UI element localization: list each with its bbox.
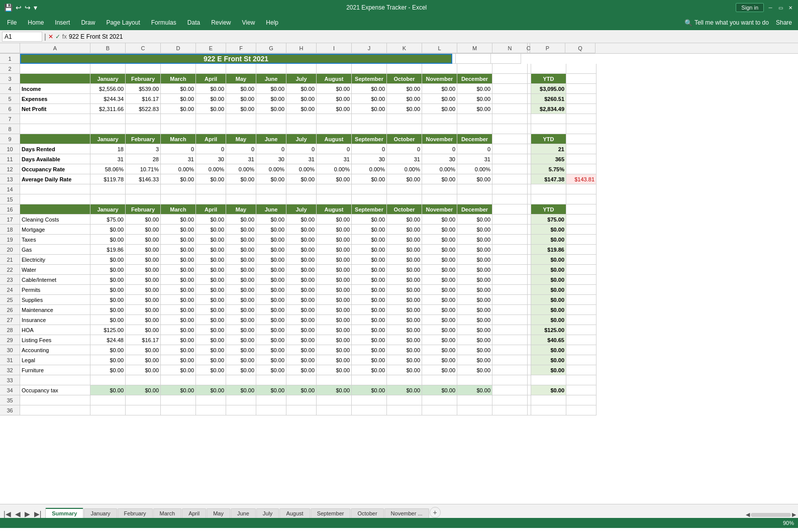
cell-e6[interactable]: $0.00 (196, 104, 226, 114)
cell-c21[interactable]: $0.00 (126, 255, 161, 265)
row-num-9[interactable]: 9 (0, 134, 20, 144)
cell-a29[interactable]: Listing Fees (20, 335, 90, 345)
cell-p26[interactable]: $0.00 (531, 305, 566, 315)
cell-a34[interactable]: Occupancy tax (20, 385, 90, 395)
cell-l18[interactable]: $0.00 (422, 225, 457, 235)
cell-q25[interactable] (566, 295, 596, 305)
cell-m31[interactable]: $0.00 (457, 355, 492, 365)
cell-k28[interactable]: $0.00 (387, 325, 422, 335)
cell-c7[interactable] (126, 114, 161, 124)
cell-d16[interactable]: March (161, 204, 196, 215)
cell-q21[interactable] (566, 255, 596, 265)
cell-d6[interactable]: $0.00 (161, 104, 196, 114)
cell-d13[interactable]: $0.00 (161, 174, 196, 184)
cell-m10[interactable]: 0 (457, 144, 492, 154)
row-num-29[interactable]: 29 (0, 335, 20, 345)
cell-o34[interactable] (528, 385, 531, 395)
cell-n12[interactable] (492, 164, 528, 174)
cell-e30[interactable]: $0.00 (196, 345, 226, 355)
cell-m28[interactable]: $0.00 (457, 325, 492, 335)
cell-c18[interactable]: $0.00 (126, 225, 161, 235)
cell-h8[interactable] (286, 124, 317, 134)
cell-f27[interactable]: $0.00 (226, 315, 256, 325)
cell-k5[interactable]: $0.00 (387, 94, 422, 104)
cell-n35[interactable] (492, 395, 528, 405)
cell-m30[interactable]: $0.00 (457, 345, 492, 355)
cell-e20[interactable]: $0.00 (196, 245, 226, 255)
cell-e33[interactable] (196, 375, 226, 385)
cell-l30[interactable]: $0.00 (422, 345, 457, 355)
confirm-formula-icon[interactable]: ✓ (55, 33, 60, 40)
cell-i14[interactable] (317, 184, 352, 194)
cell-j30[interactable]: $0.00 (352, 345, 387, 355)
col-header-g[interactable]: G (256, 43, 286, 53)
row-num-23[interactable]: 23 (0, 275, 20, 285)
cell-i16[interactable]: August (317, 204, 352, 215)
cell-q30[interactable] (566, 345, 596, 355)
cell-c26[interactable]: $0.00 (126, 305, 161, 315)
cell-j18[interactable]: $0.00 (352, 225, 387, 235)
cell-d23[interactable]: $0.00 (161, 275, 196, 285)
cell-n28[interactable] (492, 325, 528, 335)
cell-p17[interactable]: $75.00 (531, 215, 566, 225)
cell-p32[interactable]: $0.00 (531, 365, 566, 375)
cell-p30[interactable]: $0.00 (531, 345, 566, 355)
row-num-22[interactable]: 22 (0, 265, 20, 275)
cell-p14[interactable] (531, 184, 566, 194)
cell-j9[interactable]: September (352, 134, 387, 144)
cell-d30[interactable]: $0.00 (161, 345, 196, 355)
cell-a15[interactable] (20, 194, 90, 204)
cell-b33[interactable] (90, 375, 126, 385)
cell-e31[interactable]: $0.00 (196, 355, 226, 365)
cell-q22[interactable] (566, 265, 596, 275)
cell-k32[interactable]: $0.00 (387, 365, 422, 375)
cell-n11[interactable] (492, 154, 528, 164)
cell-q19[interactable] (566, 235, 596, 245)
cell-h2[interactable] (286, 64, 317, 74)
cell-m4[interactable]: $0.00 (457, 84, 492, 94)
menu-review[interactable]: Review (206, 17, 236, 28)
add-sheet-button[interactable]: + (430, 507, 441, 518)
cell-f29[interactable]: $0.00 (226, 335, 256, 345)
cell-c17[interactable]: $0.00 (126, 215, 161, 225)
cell-e3[interactable]: April (196, 74, 226, 84)
cell-e5[interactable]: $0.00 (196, 94, 226, 104)
menu-pagelayout[interactable]: Page Layout (101, 17, 145, 28)
cell-m23[interactable]: $0.00 (457, 275, 492, 285)
cell-e13[interactable]: $0.00 (196, 174, 226, 184)
col-header-h[interactable]: H (286, 43, 317, 53)
cell-f32[interactable]: $0.00 (226, 365, 256, 375)
cell-b13[interactable]: $119.78 (90, 174, 126, 184)
cell-m22[interactable]: $0.00 (457, 265, 492, 275)
save-icon[interactable]: 💾 (4, 4, 13, 12)
cell-c8[interactable] (126, 124, 161, 134)
cell-e11[interactable]: 30 (196, 154, 226, 164)
cell-g20[interactable]: $0.00 (256, 245, 286, 255)
cell-i28[interactable]: $0.00 (317, 325, 352, 335)
cell-reference[interactable] (2, 32, 42, 42)
cell-f23[interactable]: $0.00 (226, 275, 256, 285)
cell-j35[interactable] (352, 395, 387, 405)
cell-n2[interactable] (492, 64, 528, 74)
cell-e7[interactable] (196, 114, 226, 124)
col-header-c[interactable]: C (126, 43, 161, 53)
cell-a17[interactable]: Cleaning Costs (20, 215, 90, 225)
cell-o25[interactable] (528, 295, 531, 305)
cell-n33[interactable] (492, 375, 528, 385)
cell-j24[interactable]: $0.00 (352, 285, 387, 295)
cell-a9[interactable] (20, 134, 90, 144)
cell-a35[interactable] (20, 395, 90, 405)
cell-e26[interactable]: $0.00 (196, 305, 226, 315)
tab-november[interactable]: November ... (384, 508, 429, 518)
cell-o11[interactable] (528, 154, 531, 164)
cell-p28[interactable]: $125.00 (531, 325, 566, 335)
cell-e28[interactable]: $0.00 (196, 325, 226, 335)
cell-i31[interactable]: $0.00 (317, 355, 352, 365)
cell-p36[interactable] (531, 405, 566, 415)
cell-b5[interactable]: $244.34 (90, 94, 126, 104)
cell-j5[interactable]: $0.00 (352, 94, 387, 104)
cell-n29[interactable] (492, 335, 528, 345)
cell-p3[interactable]: YTD (531, 74, 566, 84)
cell-p6[interactable]: $2,834.49 (531, 104, 566, 114)
cell-q26[interactable] (566, 305, 596, 315)
